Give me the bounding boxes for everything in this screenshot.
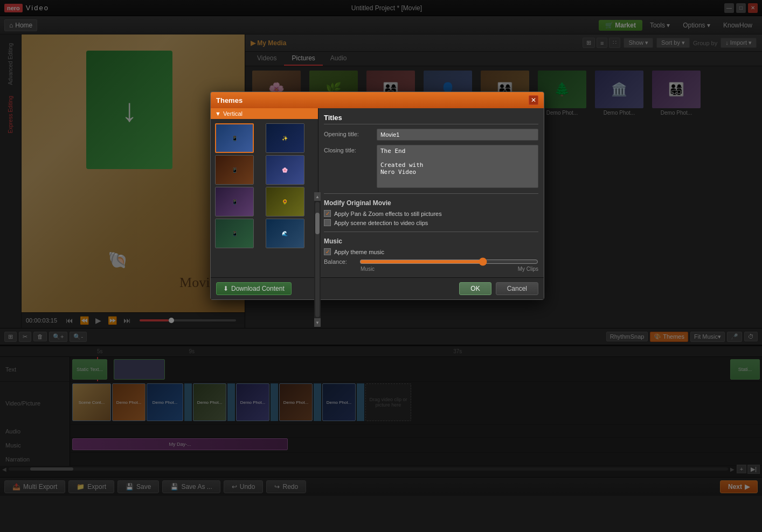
theme-thumb-1[interactable]: 📱 <box>215 123 254 153</box>
theme-thumb-5[interactable]: 📱 <box>215 187 254 216</box>
themes-dialog-title: Themes <box>216 96 243 104</box>
separator-2 <box>324 232 538 232</box>
music-label: Music <box>361 266 375 272</box>
theme-thumb-7[interactable]: 📱 <box>215 219 254 248</box>
theme-thumb-3[interactable]: 📱 <box>215 155 254 185</box>
cancel-button[interactable]: Cancel <box>496 282 538 295</box>
ok-button[interactable]: OK <box>459 282 491 295</box>
theme-thumb-6[interactable]: 🌻 <box>266 187 304 216</box>
footer-action-buttons: OK Cancel <box>459 282 538 295</box>
download-content-button[interactable]: ⬇ Download Content <box>216 282 292 295</box>
scene-detection-row: Apply scene detection to video clips <box>324 219 538 226</box>
closing-title-label: Closing title: <box>324 145 372 153</box>
opening-title-row: Opening title: <box>324 129 538 141</box>
themes-list-header: ▼ Vertical <box>211 108 318 119</box>
themes-overlay: Themes ✕ ▼ Vertical 📱 ✨ <box>0 0 762 532</box>
music-section-header: Music <box>324 237 538 245</box>
scene-detection-checkbox[interactable] <box>324 219 331 226</box>
themes-list-content[interactable]: 📱 ✨ 📱 🌸 📱 <box>211 119 318 277</box>
apply-music-label: Apply theme music <box>334 249 384 255</box>
modify-section-header: Modify Original Movie <box>324 199 538 207</box>
pan-zoom-row: Apply Pan & Zoom effects to still pictur… <box>324 210 538 217</box>
themes-footer: ⬇ Download Content OK Cancel <box>211 277 544 299</box>
myclips-label: My Clips <box>518 266 538 272</box>
theme-thumb-8[interactable]: 🌊 <box>266 219 304 248</box>
opening-title-label: Opening title: <box>324 129 372 137</box>
closing-title-textarea[interactable]: The End Created with Nero Video <box>377 145 538 188</box>
balance-label: Balance: <box>324 258 356 265</box>
collapse-icon: ▼ <box>215 110 221 117</box>
apply-music-row: Apply theme music <box>324 248 538 255</box>
themes-list-panel: ▼ Vertical 📱 ✨ 📱 <box>211 108 318 277</box>
download-icon: ⬇ <box>223 285 228 292</box>
scroll-thumb <box>315 213 320 234</box>
balance-slider[interactable] <box>359 257 538 266</box>
pan-zoom-label: Apply Pan & Zoom effects to still pictur… <box>334 211 442 217</box>
themes-group-name: Vertical <box>223 110 243 117</box>
titles-section-header: Titles <box>324 114 538 124</box>
themes-settings-panel: Titles Opening title: Closing title: The… <box>318 108 544 277</box>
themes-dialog: Themes ✕ ▼ Vertical 📱 ✨ <box>210 92 544 300</box>
scene-detection-label: Apply scene detection to video clips <box>334 220 428 226</box>
theme-thumb-2[interactable]: ✨ <box>266 123 304 153</box>
separator-1 <box>324 193 538 194</box>
scroll-up-button[interactable]: ▲ <box>314 192 321 201</box>
scroll-track[interactable] <box>315 202 320 277</box>
opening-title-input[interactable] <box>377 129 538 141</box>
balance-row: Balance: <box>324 257 538 266</box>
balance-labels: Music My Clips <box>324 266 538 272</box>
theme-thumb-4[interactable]: 🌸 <box>266 155 304 185</box>
closing-title-row: Closing title: The End Created with Nero… <box>324 145 538 188</box>
themes-scrollbar[interactable]: ▲ ▼ <box>314 192 321 277</box>
themes-close-button[interactable]: ✕ <box>529 95 538 105</box>
theme-thumbs-grid: 📱 ✨ 📱 🌸 📱 <box>213 121 316 250</box>
themes-titlebar: Themes ✕ <box>211 92 544 108</box>
pan-zoom-checkbox[interactable] <box>324 210 331 217</box>
themes-body: ▼ Vertical 📱 ✨ 📱 <box>211 108 544 277</box>
apply-music-checkbox[interactable] <box>324 248 331 255</box>
